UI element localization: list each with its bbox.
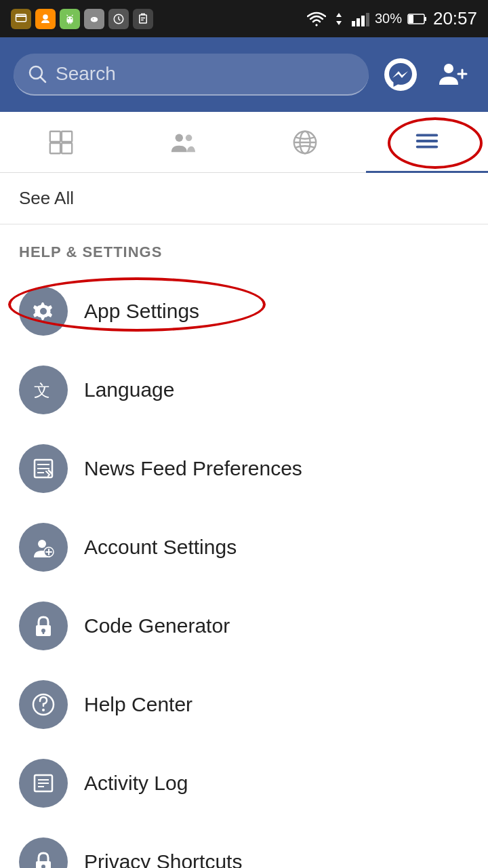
friends-icon	[436, 58, 470, 92]
messenger-button[interactable]	[380, 54, 422, 96]
app-icon-browser	[11, 9, 31, 29]
help-center-label: Help Center	[84, 693, 192, 716]
code-generator-label: Code Generator	[84, 614, 230, 637]
svg-rect-1	[16, 15, 26, 16]
menu-item-privacy-shortcuts[interactable]: Privacy Shortcuts	[0, 823, 488, 868]
menu-hamburger-icon	[413, 127, 441, 155]
svg-rect-15	[352, 21, 355, 26]
search-placeholder: Search	[56, 63, 116, 85]
account-settings-label: Account Settings	[84, 536, 237, 559]
home-icon	[47, 129, 75, 156]
svg-point-55	[42, 709, 45, 711]
wifi-icon	[307, 12, 326, 26]
app-icon-clipboard	[133, 9, 153, 29]
privacy-shortcuts-icon-circle	[19, 837, 68, 868]
data-transfer-icon	[331, 12, 346, 26]
svg-point-32	[176, 134, 183, 141]
svg-rect-16	[357, 18, 360, 26]
news-feed-icon-circle	[19, 444, 68, 493]
privacy-icon	[30, 849, 56, 868]
app-icon-android	[60, 9, 80, 29]
svg-rect-10	[140, 15, 147, 23]
news-feed-label: News Feed Preferences	[84, 457, 302, 480]
svg-line-23	[41, 77, 45, 82]
search-icon	[27, 64, 47, 84]
search-bar[interactable]: Search	[14, 54, 369, 96]
status-bar-right: 30% 20:57	[307, 8, 477, 29]
svg-point-2	[43, 14, 48, 20]
signal-icon	[352, 12, 369, 26]
lock-icon	[30, 613, 56, 639]
activity-icon	[30, 770, 56, 796]
activity-log-icon-circle	[19, 759, 68, 808]
app-icon-clock	[108, 9, 129, 29]
menu-item-news-feed[interactable]: News Feed Preferences	[0, 429, 488, 508]
svg-rect-20	[424, 17, 426, 21]
status-bar: 30% 20:57	[0, 0, 488, 37]
menu-item-account-settings[interactable]: Account Settings	[0, 508, 488, 587]
svg-marker-13	[336, 13, 342, 17]
svg-rect-18	[366, 13, 369, 26]
menu-item-activity-log[interactable]: Activity Log	[0, 744, 488, 823]
app-icon-hedgehog	[84, 9, 104, 29]
tab-globe[interactable]	[244, 112, 366, 173]
svg-point-4	[70, 18, 72, 19]
tab-friends[interactable]	[122, 112, 244, 173]
friends-tab-icon	[169, 129, 197, 156]
see-all-row[interactable]: See All	[0, 173, 488, 224]
svg-point-41	[40, 308, 47, 315]
see-all-label: See All	[19, 188, 74, 208]
svg-rect-28	[50, 131, 60, 141]
help-icon	[30, 692, 56, 717]
svg-line-6	[72, 15, 73, 16]
time-display: 20:57	[433, 8, 477, 29]
friends-request-button[interactable]	[432, 54, 474, 96]
language-icon-circle: 文	[19, 366, 68, 414]
svg-point-47	[38, 540, 46, 548]
app-settings-label: App Settings	[84, 300, 199, 323]
svg-point-33	[186, 134, 192, 141]
menu-item-language[interactable]: 文 Language	[0, 351, 488, 429]
activity-log-label: Activity Log	[84, 772, 188, 795]
language-icon: 文	[30, 377, 56, 403]
tab-menu[interactable]	[366, 112, 488, 173]
svg-rect-30	[62, 131, 72, 141]
language-label: Language	[84, 378, 174, 401]
account-settings-icon-circle	[19, 523, 68, 572]
svg-line-5	[67, 15, 68, 16]
svg-point-25	[444, 64, 453, 73]
nav-tabs	[0, 112, 488, 173]
help-settings-header: HELP & SETTINGS	[0, 224, 488, 272]
globe-icon	[291, 129, 319, 156]
svg-rect-29	[50, 142, 60, 153]
svg-text:文: 文	[34, 382, 50, 399]
svg-marker-14	[336, 21, 342, 25]
messenger-icon	[384, 58, 418, 92]
privacy-shortcuts-label: Privacy Shortcuts	[84, 850, 242, 868]
svg-point-8	[93, 18, 94, 20]
app-settings-icon-circle	[19, 287, 68, 336]
account-settings-icon	[30, 534, 56, 560]
newsfeed-icon	[30, 456, 56, 481]
code-generator-icon-circle	[19, 601, 68, 650]
facebook-header: Search	[0, 37, 488, 112]
battery-percentage: 30%	[375, 11, 402, 26]
tab-home[interactable]	[0, 112, 122, 173]
menu-item-app-settings[interactable]: App Settings	[0, 272, 488, 351]
gear-icon	[30, 298, 56, 324]
status-bar-apps	[11, 9, 153, 29]
svg-point-7	[91, 17, 98, 22]
battery-icon	[407, 13, 428, 25]
svg-point-3	[68, 18, 69, 19]
svg-rect-17	[361, 16, 365, 26]
svg-rect-21	[409, 15, 413, 23]
menu-item-help-center[interactable]: Help Center	[0, 665, 488, 744]
menu-item-code-generator[interactable]: Code Generator	[0, 587, 488, 665]
svg-rect-31	[62, 142, 72, 153]
app-icon-orange	[35, 9, 56, 29]
help-center-icon-circle	[19, 680, 68, 729]
